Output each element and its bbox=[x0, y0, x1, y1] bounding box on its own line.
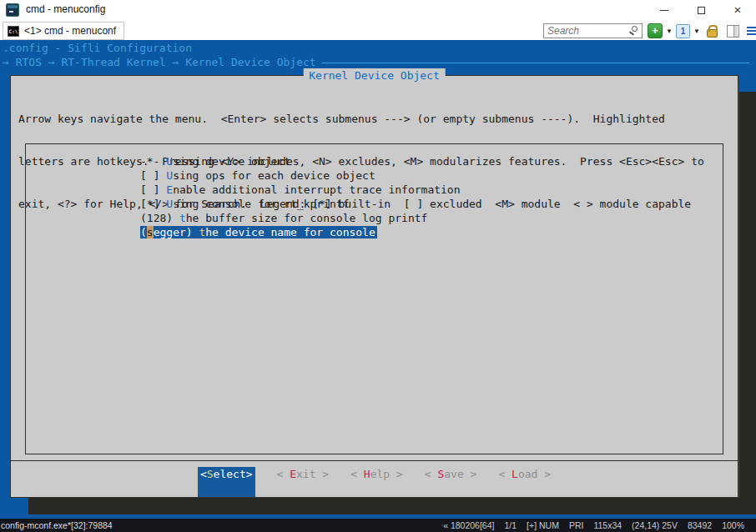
item-state: [ ] bbox=[140, 183, 166, 196]
breadcrumb: → RTOS → RT-Thread Kernel → Kernel Devic… bbox=[3, 55, 752, 69]
menu-item[interactable]: -*- Using device object bbox=[140, 154, 723, 168]
close-button[interactable]: × bbox=[719, 0, 756, 20]
lock-icon[interactable] bbox=[707, 29, 718, 38]
text: < bbox=[350, 468, 364, 480]
text: he buffer size for console log printf bbox=[186, 212, 428, 224]
new-console-dropdown-icon[interactable]: ▼ bbox=[666, 28, 673, 35]
text: < bbox=[498, 468, 512, 480]
console-list-dropdown-icon[interactable]: ▼ bbox=[693, 28, 700, 35]
dialog-buttons: <Select>< Exit >< Help >< Save >< Load > bbox=[11, 460, 738, 497]
item-state: (128) bbox=[140, 212, 179, 224]
text: sing console for rt_kprintf bbox=[173, 198, 349, 210]
dialog-shadow-right bbox=[739, 92, 756, 514]
console-list-button[interactable]: 1 bbox=[676, 24, 690, 38]
item-state: -*- bbox=[140, 155, 166, 168]
text: sing ops for each device object bbox=[173, 169, 375, 182]
cursor: s bbox=[147, 226, 154, 238]
text: < bbox=[425, 468, 438, 480]
text: ave > bbox=[444, 468, 476, 480]
status-segments: « 180206[64]1/1[+] NUMPRI115x34(24,14) 2… bbox=[443, 520, 744, 530]
search-box bbox=[543, 23, 643, 38]
status-process: config-mconf.exe*[32]:79884 bbox=[1, 520, 113, 530]
help-button[interactable]: < Help > bbox=[350, 467, 403, 497]
maximize-icon bbox=[698, 7, 705, 14]
status-segment[interactable]: « 180206[64] bbox=[443, 520, 494, 530]
text: elect> bbox=[214, 468, 253, 480]
tab-bar: C:\ <1> cmd - menuconf + ▼ 1 ▼ bbox=[0, 20, 756, 40]
selected-item-highlight: (segger) the device name for console bbox=[140, 226, 377, 238]
tab-label: <1> cmd - menuconf bbox=[24, 25, 116, 37]
app-icon bbox=[6, 3, 19, 17]
menu-item[interactable]: (segger) the device name for console bbox=[140, 225, 723, 239]
menu-item[interactable]: (128) the buffer size for console log pr… bbox=[140, 211, 723, 225]
instruction-line: Arrow keys navigate the menu. <Enter> se… bbox=[18, 112, 704, 126]
hotkey-letter: E bbox=[166, 183, 173, 196]
menu-item[interactable]: [ ] Using ops for each device object bbox=[140, 168, 723, 183]
status-segment[interactable]: [+] NUM bbox=[527, 520, 559, 530]
menuconfig-dialog: Kernel Device Object Arrow keys navigate… bbox=[10, 75, 738, 498]
text: elp > bbox=[370, 468, 403, 480]
text: < bbox=[200, 468, 207, 480]
status-segment[interactable]: 83492 bbox=[688, 520, 712, 530]
minimize-icon bbox=[660, 10, 668, 11]
text: nable additional interrupt trace informa… bbox=[173, 183, 460, 196]
config-header: .config - Sifli Configuration bbox=[3, 41, 192, 55]
menu-icon[interactable] bbox=[747, 25, 756, 37]
select-button[interactable]: <Select> bbox=[198, 467, 255, 497]
text: egger) bbox=[154, 226, 199, 238]
text: oad > bbox=[518, 468, 551, 480]
item-state: [ ] bbox=[140, 169, 166, 182]
text: xit > bbox=[296, 468, 329, 480]
hotkey-letter: L bbox=[512, 468, 518, 480]
new-console-button[interactable]: + bbox=[648, 23, 663, 38]
hotkey-letter: E bbox=[290, 468, 296, 480]
window-title: cmd - menuconfig bbox=[26, 3, 105, 15]
conemu-window: cmd - menuconfig × C:\ <1> cmd - menucon… bbox=[0, 0, 756, 532]
save-button[interactable]: < Save > bbox=[425, 467, 477, 497]
status-segment[interactable]: (24,14) 25V bbox=[632, 520, 678, 530]
hotkey-letter: U bbox=[166, 198, 173, 210]
text: he device name for console bbox=[205, 226, 375, 238]
menu-items: -*- Using device object[ ] Using ops for… bbox=[26, 144, 723, 239]
dialog-title: Kernel Device Object bbox=[303, 68, 446, 83]
status-segment[interactable]: 100% bbox=[722, 520, 744, 530]
tab-cmd-menuconfig[interactable]: C:\ <1> cmd - menuconf bbox=[3, 22, 124, 40]
hotkey-letter: U bbox=[166, 155, 173, 168]
title-bar: cmd - menuconfig × bbox=[0, 0, 756, 20]
hotkey-letter: U bbox=[166, 169, 173, 182]
minimize-button[interactable] bbox=[646, 0, 683, 20]
status-segment[interactable]: 115x34 bbox=[593, 520, 622, 530]
menu-listbox: -*- Using device object[ ] Using ops for… bbox=[25, 143, 723, 454]
maximize-button[interactable] bbox=[683, 0, 719, 20]
cmd-icon: C:\ bbox=[8, 26, 19, 37]
exit-button[interactable]: < Exit > bbox=[277, 467, 330, 497]
item-state: [*] bbox=[140, 198, 166, 210]
hotkey-letter: S bbox=[207, 468, 214, 480]
breadcrumb-rule bbox=[322, 63, 749, 63]
status-bar: config-mconf.exe*[32]:79884 « 180206[64]… bbox=[0, 519, 756, 532]
view-panel-icon[interactable] bbox=[727, 25, 739, 38]
menu-item[interactable]: [ ] Enable additional interrupt trace in… bbox=[140, 183, 723, 197]
dialog-shadow-bottom bbox=[28, 498, 756, 514]
breadcrumb-text: → RTOS → RT-Thread Kernel → Kernel Devic… bbox=[3, 55, 316, 69]
text: sing device object bbox=[173, 155, 290, 168]
text: < bbox=[277, 468, 290, 480]
menu-item[interactable]: [*] Using console for rt_kprintf bbox=[140, 197, 723, 211]
status-segment[interactable]: PRI bbox=[569, 520, 584, 530]
toolbar: + ▼ 1 ▼ bbox=[648, 23, 756, 39]
load-button[interactable]: < Load > bbox=[498, 467, 551, 497]
status-segment[interactable]: 1/1 bbox=[504, 520, 517, 530]
search-input[interactable] bbox=[543, 23, 643, 38]
search-icon bbox=[632, 26, 638, 32]
hotkey-letter: t bbox=[179, 212, 186, 224]
terminal-screen: .config - Sifli Configuration → RTOS → R… bbox=[0, 40, 756, 519]
hotkey-letter: H bbox=[364, 468, 370, 480]
text: ( bbox=[140, 226, 147, 238]
